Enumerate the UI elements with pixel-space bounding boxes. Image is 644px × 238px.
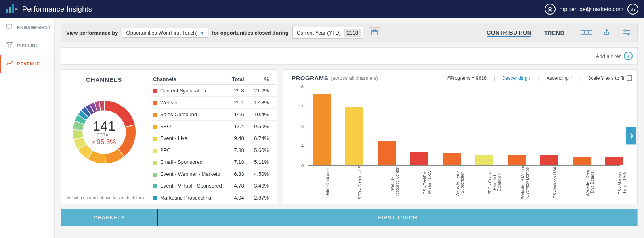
svg-rect-5 [633, 8, 634, 11]
table-row[interactable]: Event - Webinar - Marketo6.334.50% [151, 168, 275, 180]
col-pct[interactable]: % [250, 74, 275, 85]
calendar-button[interactable] [369, 27, 380, 38]
app-title: Performance Insights [22, 5, 92, 13]
btab-channels[interactable]: CHANNELS [61, 209, 158, 226]
x-label: SEO - Google - US [358, 165, 363, 200]
plus-icon: + [627, 53, 630, 59]
chat-icon [6, 24, 13, 31]
channels-table-scroll[interactable]: Channels Total % Content Syndication29.8… [151, 74, 275, 200]
donut-pct: ▾ 95.3% [92, 138, 116, 146]
btab-first-touch[interactable]: FIRST-TOUCH [158, 209, 638, 226]
bar[interactable] [573, 157, 591, 165]
sort-desc[interactable]: Descending ↓ [502, 75, 531, 81]
bar[interactable] [508, 155, 526, 165]
bar[interactable] [605, 157, 623, 165]
table-row[interactable]: PPC7.885.60% [151, 144, 275, 156]
channels-title: CHANNELS [61, 76, 147, 83]
x-label: Sales Outbound [325, 165, 330, 200]
bar[interactable] [540, 155, 558, 165]
brand: Performance Insights [6, 4, 92, 15]
add-filter-button[interactable]: + [624, 52, 633, 60]
table-row[interactable]: Content Syndication29.821.2% [151, 85, 275, 97]
period-select[interactable]: Current Year (YTD) 2018 [292, 27, 363, 39]
programs-panel: PROGRAMS (across all channels) #Programs… [283, 69, 638, 204]
table-row[interactable]: SEO13.49.50% [151, 121, 275, 132]
marketo-icon[interactable] [627, 4, 638, 15]
bar[interactable] [410, 152, 428, 165]
metric-select[interactable]: Opportunities Won(First-Touch) ▾ [122, 28, 208, 38]
chart-next-button[interactable]: ❯ [626, 127, 636, 144]
filter-prefix: View performance by [66, 30, 118, 36]
x-label: Website - 4 Minute Overview Demos [520, 165, 529, 200]
donut-label: TOTAL [97, 133, 111, 137]
settings-button[interactable] [621, 28, 633, 38]
col-channels[interactable]: Channels [151, 74, 229, 85]
x-label: Website - Resource Center [390, 165, 399, 200]
arrow-up-icon: ↑ [570, 75, 572, 81]
col-total[interactable]: Total [229, 74, 250, 85]
bar[interactable] [345, 107, 363, 166]
sidebar-item-pipeline[interactable]: PIPELINE [0, 36, 54, 55]
layout-button[interactable] [581, 28, 593, 38]
x-label: CS - Valasys USA [553, 165, 558, 200]
sidebar-item-label: ENGAGEMENT [17, 25, 51, 30]
svg-rect-1 [9, 7, 11, 13]
y-tick: 4 [301, 144, 304, 148]
table-row[interactable]: Marketing Prospecting4.042.87% [151, 192, 275, 200]
svg-rect-0 [6, 9, 8, 13]
programs-chart: 0481216 Sales OutboundSEO - Google - USW… [290, 84, 620, 201]
bar[interactable] [378, 141, 396, 165]
svg-point-16 [625, 30, 626, 31]
sort-asc[interactable]: Ascending ↑ [547, 75, 572, 81]
filter-bar: View performance by Opportunities Won(Fi… [61, 23, 638, 42]
sidebar-item-revenue[interactable]: REVENUE [0, 55, 54, 73]
main: View performance by Opportunities Won(Fi… [55, 18, 644, 238]
x-label: CS - TechPro Media - USA [423, 165, 432, 200]
bar[interactable] [475, 155, 493, 165]
channels-donut[interactable]: 141 TOTAL ▾ 95.3% [69, 96, 140, 168]
period-value: Current Year (YTD) [297, 30, 341, 36]
svg-rect-6 [634, 9, 635, 11]
sidebar: ENGAGEMENT PIPELINE REVENUE [0, 18, 55, 238]
calendar-icon [371, 29, 378, 37]
sidebar-item-engagement[interactable]: ENGAGEMENT [0, 18, 54, 36]
user-block[interactable]: mpiperf.qe@marketo.com [545, 4, 638, 15]
svg-rect-14 [589, 30, 592, 34]
programs-subtitle: (across all channels) [331, 75, 378, 81]
y-tick: 12 [299, 104, 304, 109]
y-tick: 16 [299, 84, 304, 89]
svg-rect-13 [585, 30, 588, 34]
export-button[interactable] [601, 28, 613, 38]
metric-value: Opportunities Won(First-Touch) [126, 30, 198, 36]
bar[interactable] [313, 94, 331, 165]
table-row[interactable]: Sales Outbound14.610.4% [151, 109, 275, 121]
export-icon [604, 29, 610, 36]
x-label: PPC - Google Branded Campaign [488, 165, 502, 200]
svg-rect-2 [12, 4, 14, 13]
chevron-right-icon: ❯ [629, 132, 634, 138]
trend-icon [6, 60, 13, 67]
scale-y-toggle[interactable]: Scale Y axis to fit [588, 75, 632, 81]
table-row[interactable]: Website25.117.8% [151, 97, 275, 109]
table-row[interactable]: Email - Sponsored7.185.11% [151, 156, 275, 168]
table-row[interactable]: Event - Live9.486.74% [151, 132, 275, 144]
programs-title: PROGRAMS [292, 75, 328, 81]
svg-rect-12 [581, 30, 584, 34]
user-icon [545, 4, 556, 15]
channels-panel: CHANNELS 141 TOTAL ▾ 95.3% Select a chan… [61, 69, 277, 204]
donut-total: 141 [93, 118, 115, 134]
sliders-icon [623, 29, 630, 36]
chevron-down-icon: ▾ [201, 30, 204, 36]
table-row[interactable]: Event - Virtual - Sponsored4.783.40% [151, 180, 275, 192]
x-label: Website - Email Subscription [455, 165, 464, 200]
tab-contribution[interactable]: CONTRIBUTION [487, 29, 531, 37]
channels-table: Channels Total % Content Syndication29.8… [151, 74, 275, 200]
bar[interactable] [443, 153, 461, 165]
sidebar-item-label: REVENUE [17, 61, 40, 66]
svg-rect-8 [372, 30, 377, 35]
x-label: CS - Madison Logic - USA [618, 165, 627, 200]
funnel-icon [6, 42, 13, 49]
tab-trend[interactable]: TREND [544, 29, 564, 37]
add-filter-label: Add a filter [596, 53, 621, 59]
channels-footer: Select a channel above to see its detail… [66, 195, 144, 200]
